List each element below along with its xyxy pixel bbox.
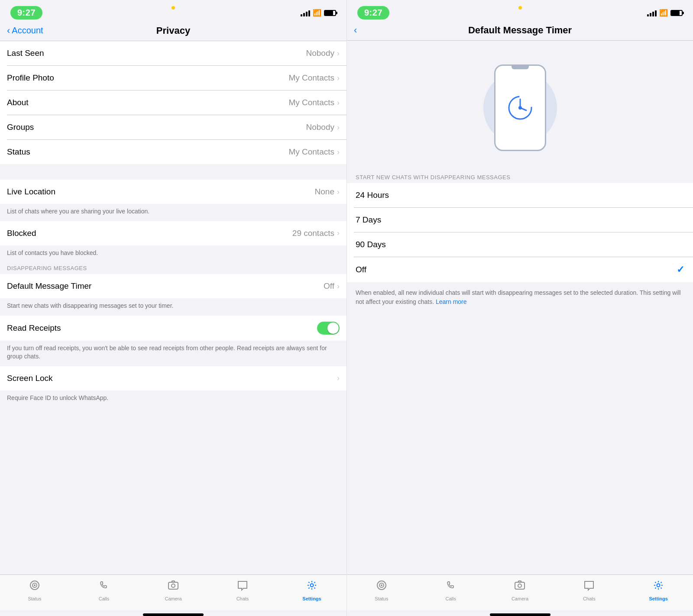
right-time: 9:27 [357,6,389,19]
tab-status[interactable]: Status [0,579,69,601]
chevron-icon: › [337,187,340,197]
about-label: About [7,98,29,107]
blocked-group: Blocked 29 contacts › [0,221,346,245]
wifi-icon: 📶 [313,9,321,17]
right-tab-bar: Status Calls Camera [347,574,693,610]
timer-off[interactable]: Off ✓ [347,257,693,282]
read-receipts-label: Read Receipts [7,323,61,333]
profile-photo-item[interactable]: Profile Photo My Contacts › [0,66,346,90]
right-tab-settings[interactable]: Settings [624,579,693,601]
right-camera-tab-icon [514,579,526,594]
live-location-group: Live Location None › [0,180,346,204]
status-tab-label: Status [28,596,41,601]
groups-item[interactable]: Groups Nobody › [0,115,346,139]
timer-90days[interactable]: 90 Days [347,232,693,257]
back-to-privacy-button[interactable]: ‹ [354,26,397,35]
calls-tab-label: Calls [99,596,109,601]
spacer [0,408,346,574]
right-settings-tab-label: Settings [649,596,667,601]
right-nav-bar: ‹ Default Message Timer [347,22,693,40]
read-receipts-group: Read Receipts [0,316,346,341]
right-back-arrow-icon: ‹ [354,26,357,35]
right-wifi-icon: 📶 [659,9,668,17]
live-location-note: List of chats where you are sharing your… [0,204,346,221]
chevron-icon: › [337,229,340,238]
dot-indicator [172,6,175,10]
left-status-bar: 9:27 📶 [0,0,346,22]
default-timer-value: Off › [324,281,340,291]
right-status-bar: 9:27 📶 [347,0,693,22]
right-calls-tab-label: Calls [445,596,456,601]
groups-value: Nobody › [306,123,340,132]
phone-mockup-wrapper [473,58,568,158]
tab-settings[interactable]: Settings [277,579,346,601]
tab-calls[interactable]: Calls [69,579,139,601]
right-spacer [347,313,693,574]
screen-lock-label: Screen Lock [7,374,53,383]
screen-lock-item[interactable]: Screen Lock › [0,366,346,390]
chevron-icon: › [337,98,340,107]
right-chats-tab-label: Chats [583,596,596,601]
read-receipts-toggle[interactable] [317,322,340,335]
default-timer-label: Default Message Timer [7,281,91,291]
left-phone: 9:27 📶 ‹ Account Privacy [0,0,346,616]
read-receipts-item[interactable]: Read Receipts [0,316,346,341]
right-phone: 9:27 📶 ‹ Default Message Timer [346,0,693,616]
settings-tab-icon [306,579,318,594]
last-seen-value: Nobody › [306,48,340,58]
chevron-icon: › [337,74,340,83]
right-tab-camera[interactable]: Camera [486,579,555,601]
timer-7days-label: 7 Days [356,215,381,225]
status-label: Status [7,147,30,157]
back-label: Account [12,26,43,35]
live-location-label: Live Location [7,187,55,197]
svg-rect-3 [168,582,178,589]
right-page-title: Default Message Timer [468,25,572,36]
right-tab-chats[interactable]: Chats [554,579,624,601]
tab-chats[interactable]: Chats [208,579,277,601]
live-location-item[interactable]: Live Location None › [0,180,346,204]
about-value: My Contacts › [288,98,340,107]
default-timer-note: Start new chats with disappearing messag… [0,298,346,316]
default-timer-group: Default Message Timer Off › [0,274,346,298]
camera-tab-icon [167,579,179,594]
blocked-item[interactable]: Blocked 29 contacts › [0,221,346,245]
back-arrow-icon: ‹ [7,26,10,35]
timer-90days-label: 90 Days [356,240,386,249]
timer-info-text: When enabled, all new individual chats w… [347,282,693,313]
back-to-account-button[interactable]: ‹ Account [7,26,50,35]
about-item[interactable]: About My Contacts › [0,90,346,115]
battery-icon [324,10,336,16]
last-seen-item[interactable]: Last Seen Nobody › [0,41,346,65]
chevron-icon: › [337,148,340,157]
learn-more-link[interactable]: Learn more [436,298,467,305]
right-camera-tab-label: Camera [512,596,528,601]
right-tab-calls[interactable]: Calls [416,579,486,601]
svg-point-2 [34,584,36,586]
timer-options-list: 24 Hours 7 Days 90 Days Off ✓ [347,183,693,282]
svg-point-4 [172,584,175,587]
right-tab-status[interactable]: Status [347,579,416,601]
live-location-value: None › [315,187,340,197]
svg-point-12 [381,584,382,586]
checkmark-icon: ✓ [677,264,684,275]
timer-7days[interactable]: 7 Days [347,208,693,232]
tab-camera[interactable]: Camera [139,579,208,601]
profile-photo-label: Profile Photo [7,73,54,83]
privacy-group-1: Last Seen Nobody › Profile Photo My Cont… [0,41,346,164]
status-item[interactable]: Status My Contacts › [0,140,346,164]
calls-tab-icon [98,579,110,594]
left-nav-bar: ‹ Account Privacy [0,22,346,41]
chevron-icon: › [337,282,340,291]
chats-tab-label: Chats [236,596,249,601]
timer-svg [507,95,533,121]
section-gap-1 [0,164,346,180]
right-status-tab-label: Status [375,596,388,601]
right-dot-indicator [518,6,522,10]
timer-24hours[interactable]: 24 Hours [347,183,693,207]
svg-point-5 [311,584,314,587]
last-seen-label: Last Seen [7,48,44,58]
status-value: My Contacts › [288,147,340,157]
default-timer-item[interactable]: Default Message Timer Off › [0,274,346,298]
right-signal-bars-icon [647,10,657,16]
